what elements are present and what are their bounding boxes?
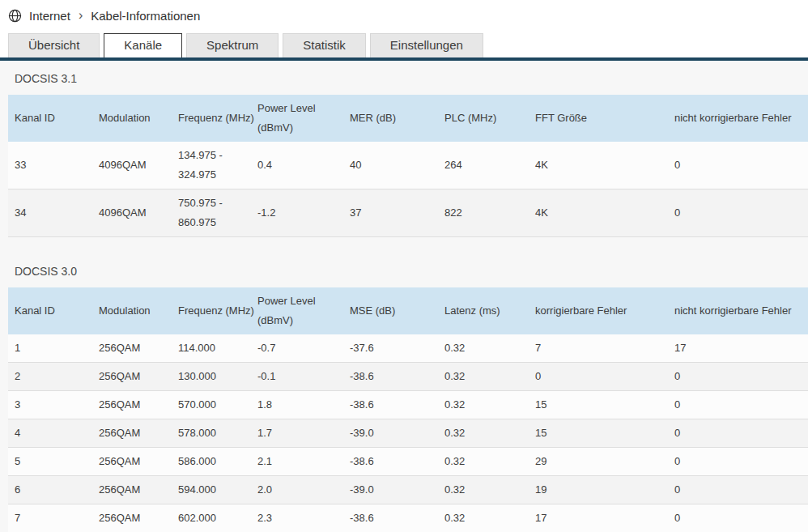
- cell: -38.6: [343, 363, 438, 391]
- cell: 0: [668, 189, 808, 237]
- cell: 0: [668, 391, 808, 419]
- table-docsis-3-1: Kanal IDModulationFrequenz (MHz)Power Le…: [8, 95, 808, 237]
- cell: 0.32: [438, 363, 529, 391]
- cell: -39.0: [343, 476, 438, 504]
- tab-statistik[interactable]: Statistik: [283, 33, 366, 57]
- cell: 0.32: [438, 419, 529, 448]
- cell: -38.6: [343, 504, 438, 532]
- cell: 2: [8, 363, 92, 391]
- cell: 3: [8, 391, 92, 419]
- column-header: Latenz (ms): [438, 287, 529, 334]
- cell: 130.000: [172, 363, 251, 391]
- cell: 256QAM: [92, 448, 172, 476]
- section-docsis-3-1: DOCSIS 3.1Kanal IDModulationFrequenz (MH…: [8, 61, 808, 237]
- cell: 4K: [529, 142, 668, 189]
- table-row: 1256QAM114.000-0.7-37.60.32717: [8, 334, 808, 363]
- cell: 2.1: [251, 448, 343, 476]
- breadcrumb-current-page: Kabel-Informationen: [91, 9, 200, 23]
- cell: 114.000: [172, 334, 251, 363]
- cell: 0: [668, 504, 808, 532]
- cell: -38.6: [343, 391, 438, 419]
- column-header: MSE (dB): [343, 287, 438, 334]
- cell: 0: [668, 476, 808, 504]
- tab-einstellungen[interactable]: Einstellungen: [370, 33, 483, 57]
- cell: 0.32: [438, 476, 529, 504]
- cell: 1: [8, 334, 92, 363]
- cell: 0: [668, 419, 808, 448]
- column-header: Kanal ID: [8, 95, 92, 142]
- cell: 594.000: [172, 476, 251, 504]
- cell: 15: [529, 391, 668, 419]
- cell: 0.4: [251, 142, 343, 189]
- cell: 1.7: [251, 419, 343, 448]
- table-row: 334096QAM134.975 - 324.9750.4402644K0: [8, 142, 808, 189]
- table-row: 3256QAM570.0001.8-38.60.32150: [8, 391, 808, 419]
- breadcrumb-internet[interactable]: Internet: [29, 9, 70, 23]
- cell: 0.32: [438, 391, 529, 419]
- header-row: Kanal IDModulationFrequenz (MHz)Power Le…: [8, 287, 808, 334]
- cell: 578.000: [172, 419, 251, 448]
- cell: 19: [529, 476, 668, 504]
- column-header: Power Level (dBmV): [251, 95, 343, 142]
- cell: 256QAM: [92, 391, 172, 419]
- column-header: nicht korrigierbare Fehler: [668, 287, 808, 334]
- tab-kanaele[interactable]: Kanäle: [104, 33, 182, 57]
- cell: -0.1: [251, 363, 343, 391]
- cell: 40: [343, 142, 438, 189]
- cell: 17: [668, 334, 808, 363]
- cell: 264: [438, 142, 529, 189]
- section-title: DOCSIS 3.0: [8, 237, 808, 287]
- section-docsis-3-0: DOCSIS 3.0Kanal IDModulationFrequenz (MH…: [8, 237, 808, 532]
- page: Internet › Kabel-Informationen Übersicht…: [0, 0, 808, 532]
- cell: 34: [8, 189, 92, 237]
- cell: 6: [8, 476, 92, 504]
- table-row: 5256QAM586.0002.1-38.60.32290: [8, 448, 808, 476]
- cell: 33: [8, 142, 92, 189]
- tab-bar: ÜbersichtKanäleSpektrumStatistikEinstell…: [8, 32, 808, 57]
- cell: 29: [529, 448, 668, 476]
- cell: 134.975 - 324.975: [172, 142, 251, 189]
- cell: -1.2: [251, 189, 343, 237]
- cell: -39.0: [343, 419, 438, 448]
- column-header: korrigierbare Fehler: [529, 287, 668, 334]
- column-header: Modulation: [92, 287, 172, 334]
- column-header: Power Level (dBmV): [251, 287, 343, 334]
- column-header: Modulation: [92, 95, 172, 142]
- section-title: DOCSIS 3.1: [8, 61, 808, 95]
- content: DOCSIS 3.1Kanal IDModulationFrequenz (MH…: [0, 61, 808, 532]
- cell: 4096QAM: [92, 142, 172, 189]
- cell: 256QAM: [92, 504, 172, 532]
- cell: 4: [8, 419, 92, 448]
- column-header: Frequenz (MHz): [172, 95, 251, 142]
- table-docsis-3-0: Kanal IDModulationFrequenz (MHz)Power Le…: [8, 287, 808, 532]
- header-row: Kanal IDModulationFrequenz (MHz)Power Le…: [8, 95, 808, 142]
- breadcrumb-separator-icon: ›: [79, 9, 83, 22]
- cell: 750.975 - 860.975: [172, 189, 251, 237]
- cell: 7: [529, 334, 668, 363]
- cell: 586.000: [172, 448, 251, 476]
- column-header: nicht korrigierbare Fehler: [668, 95, 808, 142]
- column-header: FFT Größe: [529, 95, 668, 142]
- cell: 2.3: [251, 504, 343, 532]
- cell: 0: [529, 363, 668, 391]
- cell: 256QAM: [92, 363, 172, 391]
- table-row: 2256QAM130.000-0.1-38.60.3200: [8, 363, 808, 391]
- cell: 0.32: [438, 504, 529, 532]
- cell: 17: [529, 504, 668, 532]
- table-row: 6256QAM594.0002.0-39.00.32190: [8, 476, 808, 504]
- cell: -38.6: [343, 448, 438, 476]
- column-header: Frequenz (MHz): [172, 287, 251, 334]
- table-row: 7256QAM602.0002.3-38.60.32170: [8, 504, 808, 532]
- cell: -0.7: [251, 334, 343, 363]
- cell: 0: [668, 363, 808, 391]
- tab-uebersicht[interactable]: Übersicht: [8, 33, 100, 57]
- tab-spektrum[interactable]: Spektrum: [186, 33, 279, 57]
- cell: 1.8: [251, 391, 343, 419]
- cell: 37: [343, 189, 438, 237]
- cell: 0: [668, 142, 808, 189]
- cell: 0.32: [438, 334, 529, 363]
- cell: 15: [529, 419, 668, 448]
- cell: -37.6: [343, 334, 438, 363]
- cell: 4096QAM: [92, 189, 172, 237]
- cell: 256QAM: [92, 419, 172, 448]
